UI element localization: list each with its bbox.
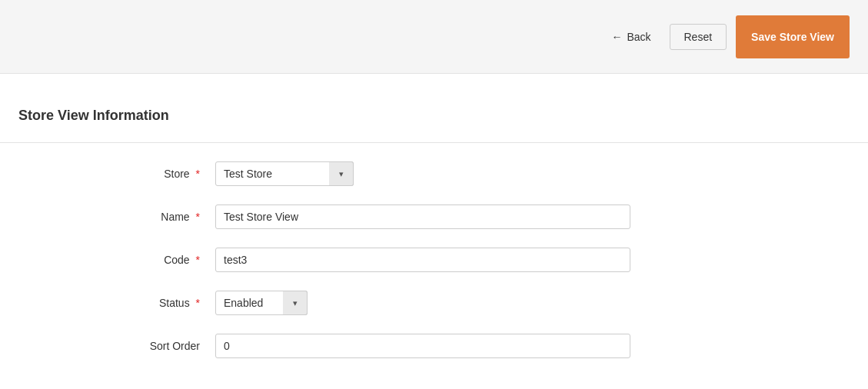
name-label: Name * [62,211,215,223]
section-title-text: Store View Information [18,108,169,123]
back-button-label: Back [627,31,650,43]
reset-button[interactable]: Reset [670,24,727,50]
back-button[interactable]: ← Back [602,25,660,49]
sort-order-field-row: Sort Order [0,334,868,358]
code-input[interactable] [215,248,630,272]
name-required-star: * [196,211,200,223]
store-required-star: * [196,168,200,180]
status-field-row: Status * Enabled Disabled ▾ [0,291,868,315]
code-required-star: * [196,254,200,266]
store-select-wrapper: Test Store Main Store ▾ [215,161,354,186]
status-select[interactable]: Enabled Disabled [215,291,308,315]
section-title: Store View Information [0,92,868,143]
status-label: Status * [62,297,215,309]
form-section: Store * Test Store Main Store ▾ Name [0,143,868,389]
status-required-star: * [196,297,200,309]
back-arrow-icon: ← [611,31,622,43]
store-label: Store * [62,168,215,180]
code-label: Code * [62,254,215,266]
status-select-wrapper: Enabled Disabled ▾ [215,291,308,315]
save-store-view-button[interactable]: Save Store View [736,15,850,58]
sort-order-label: Sort Order [62,340,215,352]
name-field-row: Name * [0,204,868,229]
sort-order-input[interactable] [215,334,630,358]
reset-button-label: Reset [684,31,713,43]
save-button-label: Save Store View [751,31,834,43]
store-select[interactable]: Test Store Main Store [215,161,354,186]
code-field-row: Code * [0,248,868,272]
page-wrapper: ← Back Reset Save Store View Store View … [0,0,868,389]
store-field-row: Store * Test Store Main Store ▾ [0,161,868,186]
toolbar: ← Back Reset Save Store View [0,0,868,74]
name-input[interactable] [215,204,630,229]
content-area: Store View Information Store * Test Stor… [0,74,868,389]
